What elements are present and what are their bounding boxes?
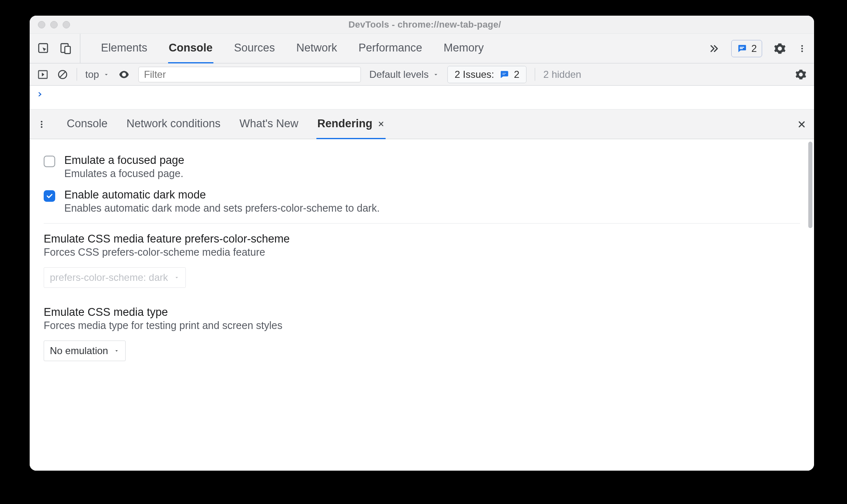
svg-point-7 (801, 50, 803, 52)
issues-icon (499, 70, 509, 79)
messages-count: 2 (751, 43, 757, 54)
close-drawer-icon[interactable] (797, 119, 807, 129)
console-toolbar: top Default levels 2 Issues: 2 2 hidden (30, 63, 814, 86)
svg-rect-12 (502, 74, 505, 75)
tab-sources[interactable]: Sources (233, 34, 276, 63)
main-tabbar: Elements Console Sources Network Perform… (30, 34, 814, 63)
devtools-window: DevTools - chrome://new-tab-page/ (30, 16, 814, 471)
svg-point-6 (801, 47, 803, 49)
clear-console-icon[interactable] (57, 69, 68, 80)
tab-performance[interactable]: Performance (358, 34, 423, 63)
window-controls (35, 21, 70, 28)
context-selector[interactable]: top (85, 69, 110, 80)
issues-indicator[interactable]: 2 Issues: 2 (447, 66, 526, 83)
option-auto-dark-mode: Enable automatic dark mode Enables autom… (44, 189, 800, 214)
svg-rect-11 (502, 73, 506, 74)
option-title: Emulate a focused page (64, 154, 184, 167)
drawer-menu-icon[interactable] (37, 118, 46, 131)
messages-indicator[interactable]: 2 (731, 40, 762, 57)
svg-point-5 (801, 45, 803, 47)
kebab-menu-icon[interactable] (798, 42, 807, 55)
toggle-sidebar-icon[interactable] (37, 69, 49, 80)
message-icon (737, 43, 747, 54)
close-tab-icon[interactable] (377, 120, 385, 128)
svg-rect-3 (739, 47, 744, 47)
traffic-close-icon[interactable] (38, 21, 45, 28)
tab-memory[interactable]: Memory (443, 34, 485, 63)
select-media-type[interactable]: No emulation (44, 341, 126, 361)
window-title: DevTools - chrome://new-tab-page/ (70, 19, 779, 30)
chevron-down-icon (174, 275, 180, 280)
settings-icon[interactable] (774, 42, 786, 55)
block-media-type: Emulate CSS media type Forces media type… (44, 306, 800, 361)
scrollbar-thumb[interactable] (808, 142, 812, 228)
section-divider (44, 223, 800, 224)
chevron-down-icon (114, 348, 119, 354)
traffic-zoom-icon[interactable] (63, 21, 70, 28)
checkbox-emulate-focused-page[interactable] (44, 156, 55, 167)
traffic-minimize-icon[interactable] (50, 21, 58, 28)
block-desc: Forces CSS prefers-color-scheme media fe… (44, 246, 800, 258)
svg-rect-4 (739, 48, 743, 49)
inspect-element-icon[interactable] (37, 42, 50, 55)
select-prefers-color-scheme[interactable]: prefers-color-scheme: dark (44, 267, 186, 288)
block-desc: Forces media type for testing print and … (44, 320, 800, 331)
option-emulate-focused-page: Emulate a focused page Emulates a focuse… (44, 154, 800, 180)
svg-point-13 (41, 121, 42, 122)
option-desc: Enables automatic dark mode and sets pre… (64, 202, 380, 214)
option-title: Enable automatic dark mode (64, 189, 380, 201)
drawer-tab-whats-new[interactable]: What's New (239, 110, 299, 139)
option-desc: Emulates a focused page. (64, 168, 184, 180)
device-toggle-icon[interactable] (59, 42, 73, 55)
live-expression-icon[interactable] (118, 68, 130, 81)
block-title: Emulate CSS media feature prefers-color-… (44, 233, 800, 245)
tab-elements[interactable]: Elements (100, 34, 148, 63)
drawer-tab-rendering[interactable]: Rendering (316, 110, 386, 139)
block-prefers-color-scheme: Emulate CSS media feature prefers-color-… (44, 233, 800, 288)
console-prompt-icon (37, 90, 43, 101)
rendering-panel: Emulate a focused page Emulates a focuse… (30, 139, 814, 471)
tabs-overflow-icon[interactable] (708, 43, 720, 54)
console-input[interactable] (30, 86, 814, 110)
tab-console[interactable]: Console (168, 34, 214, 63)
drawer-tab-console[interactable]: Console (66, 110, 108, 139)
console-filter-input[interactable] (138, 67, 361, 82)
checkbox-auto-dark-mode[interactable] (44, 190, 55, 202)
hidden-count[interactable]: 2 hidden (543, 69, 581, 80)
svg-point-15 (41, 126, 42, 128)
svg-rect-2 (65, 46, 70, 53)
svg-point-14 (41, 123, 42, 125)
svg-point-10 (123, 73, 125, 75)
window-titlebar: DevTools - chrome://new-tab-page/ (30, 16, 814, 34)
tab-network[interactable]: Network (295, 34, 338, 63)
log-levels-selector[interactable]: Default levels (369, 69, 439, 80)
drawer-tabbar: Console Network conditions What's New Re… (30, 110, 814, 139)
console-settings-icon[interactable] (795, 69, 807, 80)
block-title: Emulate CSS media type (44, 306, 800, 319)
drawer-tab-network-conditions[interactable]: Network conditions (126, 110, 221, 139)
